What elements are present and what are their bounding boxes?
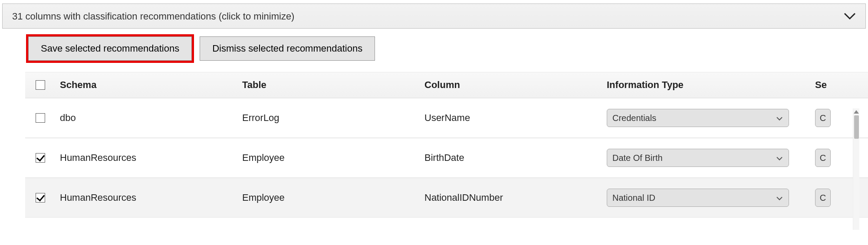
- table-header-row: Schema Table Column Information Type Se: [25, 72, 868, 98]
- table-row: HumanResources Employee BirthDate Date O…: [25, 138, 868, 178]
- chevron-down-icon: [844, 12, 856, 20]
- dismiss-button[interactable]: Dismiss selected recommendations: [200, 36, 375, 61]
- recommendations-collapse-text: 31 columns with classification recommend…: [12, 11, 294, 22]
- chevron-down-icon: [776, 113, 783, 123]
- info-type-select[interactable]: Credentials: [607, 109, 789, 127]
- cell-table: Employee: [242, 142, 424, 174]
- row-checkbox[interactable]: [36, 153, 45, 163]
- column-header-sensitivity[interactable]: Se: [815, 72, 868, 98]
- info-type-value: Date Of Birth: [612, 153, 663, 163]
- table-row: dbo ErrorLog UserName Credentials C: [25, 98, 868, 138]
- sensitivity-select[interactable]: C: [815, 189, 831, 207]
- chevron-down-icon: [776, 193, 783, 203]
- cell-table: ErrorLog: [242, 102, 424, 134]
- cell-column: NationalIDNumber: [424, 182, 607, 214]
- row-checkbox[interactable]: [36, 113, 45, 123]
- info-type-select[interactable]: National ID: [607, 189, 789, 207]
- sensitivity-first-letter: C: [820, 113, 826, 123]
- recommendations-collapse-bar[interactable]: 31 columns with classification recommend…: [2, 3, 866, 29]
- scrollbar-thumb[interactable]: [854, 115, 859, 139]
- select-all-checkbox[interactable]: [36, 80, 45, 90]
- column-header-column[interactable]: Column: [424, 72, 607, 98]
- column-header-table[interactable]: Table: [242, 72, 424, 98]
- info-type-value: Credentials: [612, 113, 656, 123]
- chevron-down-icon: [776, 153, 783, 163]
- sensitivity-select[interactable]: C: [815, 109, 831, 127]
- action-button-row: Save selected recommendations Dismiss se…: [0, 29, 868, 61]
- cell-column: UserName: [424, 102, 607, 134]
- sensitivity-first-letter: C: [820, 153, 826, 163]
- save-button[interactable]: Save selected recommendations: [28, 36, 192, 61]
- row-checkbox[interactable]: [36, 193, 45, 203]
- sensitivity-first-letter: C: [820, 193, 826, 203]
- info-type-select[interactable]: Date Of Birth: [607, 149, 789, 167]
- save-button-highlight: Save selected recommendations: [28, 36, 192, 61]
- column-header-info-type[interactable]: Information Type: [607, 72, 815, 98]
- sensitivity-select[interactable]: C: [815, 149, 831, 167]
- table-row: HumanResources Employee NationalIDNumber…: [25, 178, 868, 218]
- cell-schema: HumanResources: [60, 182, 242, 214]
- scrollbar-up-arrow-icon[interactable]: [854, 110, 859, 114]
- recommendations-table: Schema Table Column Information Type Se …: [25, 72, 868, 218]
- cell-schema: HumanResources: [60, 142, 242, 174]
- cell-column: BirthDate: [424, 142, 607, 174]
- column-header-schema[interactable]: Schema: [60, 72, 242, 98]
- cell-schema: dbo: [60, 102, 242, 134]
- info-type-value: National ID: [612, 193, 655, 203]
- cell-table: Employee: [242, 182, 424, 214]
- vertical-scrollbar[interactable]: [853, 108, 859, 230]
